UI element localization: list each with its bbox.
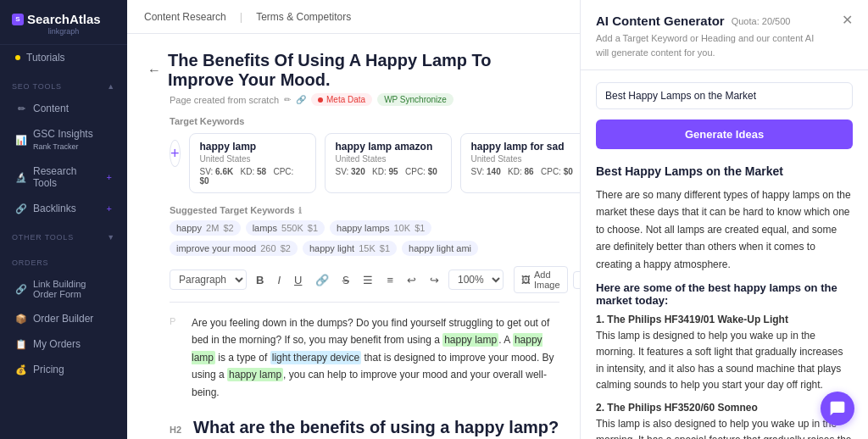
seo-tools-chevron-icon: ▲ xyxy=(107,82,115,91)
sidebar-item-link-building[interactable]: 🔗 Link Building Order Form xyxy=(3,272,124,306)
sidebar: S SearchAtlas linkgraph Tutorials SEO TO… xyxy=(0,0,127,439)
chat-bubble-button[interactable] xyxy=(821,392,854,425)
share-button[interactable]: ↗ Share xyxy=(573,271,580,289)
ai-lamp-1: 1. The Philips HF3419/01 Wake-Up Light T… xyxy=(596,312,853,393)
target-keywords-label: Target Keywords xyxy=(170,116,559,126)
meta-data-badge[interactable]: Meta Data xyxy=(311,93,372,106)
h2-row: H2 What are the benefits of using a happ… xyxy=(170,409,559,439)
wp-sync-badge[interactable]: WP Synchronize xyxy=(377,93,453,106)
ai-generate-button[interactable]: Generate Ideas xyxy=(596,119,853,149)
sidebar-item-pricing[interactable]: 💰 Pricing xyxy=(3,357,124,382)
topbar-terms-competitors[interactable]: Terms & Competitors xyxy=(256,11,351,23)
orders-label: ORDERS xyxy=(0,247,127,272)
editor-title: The Benefits Of Using A Happy Lamp To Im… xyxy=(168,51,559,90)
logo-area: S SearchAtlas linkgraph xyxy=(0,0,127,45)
ai-panel-header: AI Content Generator Quota: 20/500 Add a… xyxy=(581,0,868,70)
sidebar-item-backlinks[interactable]: 🔗 Backlinks + xyxy=(3,196,124,221)
paragraph-1: P Are you feeling down in the dumps? Do … xyxy=(170,314,559,401)
strikethrough-button[interactable]: S̶ xyxy=(338,271,353,289)
add-research-icon: + xyxy=(107,172,112,182)
editor-subtitle: Page created from scratch ✏ 🔗 Meta Data … xyxy=(170,93,559,106)
other-tools-chevron-icon: ▼ xyxy=(107,233,115,242)
content-body: P Are you feeling down in the dumps? Do … xyxy=(170,314,559,439)
ai-panel-close-button[interactable]: ✕ xyxy=(842,14,853,27)
chat-icon xyxy=(829,400,846,417)
tag-lamps[interactable]: lamps 550K $1 xyxy=(246,220,325,236)
editor-toolbar: Paragraph B I U 🔗 S̶ ☰ ≡ ↩ ↪ 100% 🖼 Add … xyxy=(170,266,559,303)
suggested-keywords-label: Suggested Target Keywords ℹ xyxy=(170,205,559,215)
tag-happy-lamps[interactable]: happy lamps 10K $1 xyxy=(330,220,431,236)
ai-lamp-2: 2. The Philips HF3520/60 Somneo This lam… xyxy=(596,400,853,439)
add-backlinks-icon: + xyxy=(107,203,112,214)
italic-button[interactable]: I xyxy=(273,271,285,289)
keyword-card-1: happy lamp amazon United States SV: 320 … xyxy=(325,133,452,193)
order-builder-icon: 📦 xyxy=(15,314,27,325)
ai-keyword-input[interactable] xyxy=(596,82,853,109)
link-building-icon: 🔗 xyxy=(15,284,27,295)
undo-button[interactable]: ↩ xyxy=(403,271,420,289)
ai-result-intro: There are so many different types of hap… xyxy=(596,186,853,273)
ai-panel-title: AI Content Generator xyxy=(596,14,725,28)
topbar: Content Research | Terms & Competitors xyxy=(127,0,580,34)
sidebar-item-tutorials[interactable]: Tutorials xyxy=(3,45,124,70)
ai-panel: AI Content Generator Quota: 20/500 Add a… xyxy=(580,0,868,439)
keyword-card-2: happy lamp for sad United States SV: 140… xyxy=(460,133,580,193)
image-icon: 🖼 xyxy=(521,275,531,285)
tutorials-dot-icon xyxy=(15,55,20,60)
sidebar-item-content[interactable]: ✏ Content xyxy=(3,96,124,121)
sidebar-item-gsc-insights[interactable]: 📊 GSC Insights Rank Tracker xyxy=(3,121,124,158)
meta-dot-icon xyxy=(318,97,323,103)
tag-improve-mood[interactable]: improve your mood 260 $2 xyxy=(170,241,298,256)
backlinks-icon: 🔗 xyxy=(15,203,27,214)
research-icon: 🔬 xyxy=(15,172,27,183)
ai-quota-badge: Quota: 20/500 xyxy=(732,16,791,26)
editor-header: ← The Benefits Of Using A Happy Lamp To … xyxy=(147,51,559,90)
sidebar-item-research-tools[interactable]: 🔬 Research Tools + xyxy=(3,158,124,196)
seo-tools-label: SEO TOOLS ▲ xyxy=(0,70,127,96)
sidebar-item-my-orders[interactable]: 📋 My Orders xyxy=(3,331,124,357)
ai-panel-description: Add a Target Keyword or Heading and our … xyxy=(596,31,816,59)
brand-name: S SearchAtlas xyxy=(12,12,115,26)
content-icon: ✏ xyxy=(15,103,27,114)
topbar-content-research[interactable]: Content Research xyxy=(144,11,226,23)
keyword-tags: happy 2M $2 lamps 550K $1 happy lamps 10… xyxy=(170,220,559,256)
pricing-icon: 💰 xyxy=(15,364,27,375)
sub-brand: linkgraph xyxy=(12,27,115,36)
bullet-list-button[interactable]: ☰ xyxy=(359,271,377,289)
ordered-list-button[interactable]: ≡ xyxy=(382,271,398,289)
back-button[interactable]: ← xyxy=(147,63,161,78)
search-icon: S xyxy=(12,14,24,25)
ai-panel-body: Generate Ideas Best Happy Lamps on the M… xyxy=(581,70,868,439)
format-select[interactable]: Paragraph xyxy=(170,270,247,290)
add-keyword-button[interactable]: + xyxy=(170,140,181,167)
my-orders-icon: 📋 xyxy=(15,339,27,350)
underline-button[interactable]: U xyxy=(290,271,306,289)
ai-result-title: Best Happy Lamps on the Market xyxy=(596,164,853,178)
keyword-card-0: happy lamp United States SV: 6.6K KD: 58… xyxy=(189,133,316,193)
other-tools-label: OTHER TOOLS ▼ xyxy=(0,221,127,247)
editor-area: ← The Benefits Of Using A Happy Lamp To … xyxy=(127,34,580,439)
topbar-divider: | xyxy=(240,10,242,23)
sidebar-item-order-builder[interactable]: 📦 Order Builder xyxy=(3,306,124,331)
ai-title-row: AI Content Generator Quota: 20/500 xyxy=(596,14,816,28)
tag-happy-light-ami[interactable]: happy light ami xyxy=(402,241,478,256)
edit-icon[interactable]: ✏ xyxy=(284,95,291,104)
link-button[interactable]: 🔗 xyxy=(311,271,333,289)
add-image-button[interactable]: 🖼 Add Image xyxy=(514,266,568,293)
ai-result-subheading: Here are some of the best happy lamps on… xyxy=(596,281,853,307)
zoom-select[interactable]: 100% xyxy=(448,270,504,290)
info-icon: ℹ xyxy=(298,206,302,215)
main-area: Content Research | Terms & Competitors ←… xyxy=(127,0,580,439)
link-icon[interactable]: 🔗 xyxy=(296,95,306,104)
gsc-icon: 📊 xyxy=(15,135,27,146)
redo-button[interactable]: ↪ xyxy=(426,271,443,289)
tag-happy[interactable]: happy 2M $2 xyxy=(170,220,241,236)
bold-button[interactable]: B xyxy=(252,271,268,289)
tag-happy-light[interactable]: happy light 15K $1 xyxy=(303,241,397,256)
